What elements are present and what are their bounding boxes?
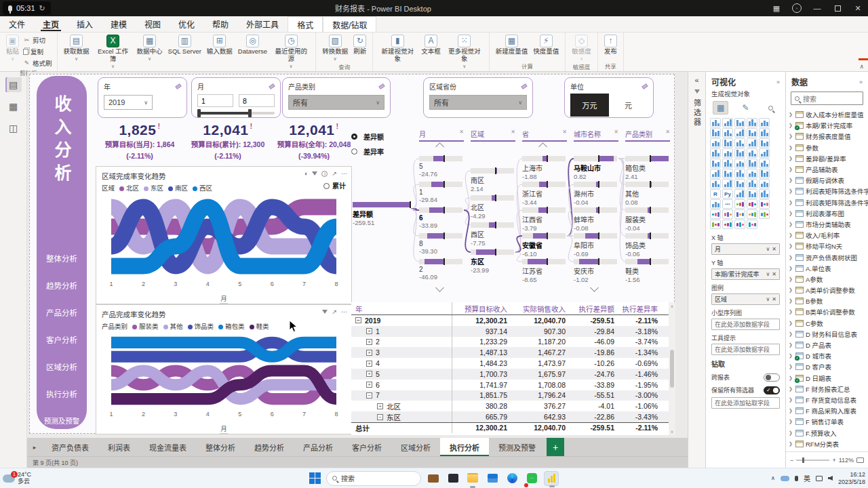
新建度量值-button[interactable]: ▦新建度量值 <box>493 34 531 56</box>
data-item-收入/毛利率[interactable]: ❯收入/毛利率 <box>789 230 868 241</box>
chevron-right-icon[interactable]: ❯ <box>789 232 793 238</box>
region-dropdown[interactable]: 所有∨ <box>429 95 527 110</box>
info-icon[interactable]: i <box>321 171 328 177</box>
restore-button[interactable] <box>827 0 848 16</box>
dark-app-icon[interactable] <box>446 471 460 486</box>
visual-type-icon[interactable] <box>759 148 770 158</box>
matrix-row-北区[interactable]: +北区380.28376.27-4.01-1.06% <box>351 401 675 411</box>
zoom-in-icon[interactable]: + <box>832 457 835 464</box>
data-item-差异额/差异率[interactable]: ❯差异额/差异率 <box>789 153 868 164</box>
chevron-right-icon[interactable]: ❯ <box>789 188 793 194</box>
file-explorer-icon[interactable] <box>465 471 480 486</box>
matrix-row-3[interactable]: +31,487.131,467.27-19.86-1.34% <box>351 347 675 358</box>
legend-item-北区[interactable]: 北区 <box>119 183 139 192</box>
wechat-icon[interactable]: ·· <box>524 471 539 486</box>
data-item-收入成本分析度量值[interactable]: ❯收入成本分析度量值 <box>789 109 868 120</box>
visual-type-icon[interactable] <box>734 179 745 188</box>
legend-item-西区[interactable]: 西区 <box>193 183 212 192</box>
sidebar-item-产品分析[interactable]: 产品分析 <box>46 307 77 318</box>
product-dropdown[interactable]: 所有∨ <box>288 95 384 110</box>
volume-icon[interactable] <box>828 476 833 481</box>
tree-node-2[interactable]: 2-46.09 <box>419 259 464 283</box>
page-tab-执行分析[interactable]: 执行分析 <box>440 438 489 456</box>
collapse-ribbon-icon[interactable]: ∧ <box>859 63 864 70</box>
focus-mode-icon[interactable]: ↗ <box>332 170 337 177</box>
matrix-scrollbar[interactable]: ∧∨ <box>669 302 675 435</box>
chevron-right-icon[interactable]: ❯ <box>789 397 793 403</box>
product-completion-ribbon-chart[interactable]: 产品完成率变化趋势↗⋯产品类别服装类其他饰品类箱包类鞋类12345678月 <box>96 305 351 434</box>
visual-type-icon[interactable] <box>734 220 745 229</box>
sidebar-item-执行分析[interactable]: 执行分析 <box>46 388 77 399</box>
visual-type-icon[interactable] <box>747 169 757 178</box>
chevron-down-icon[interactable]: ∨ <box>766 296 770 302</box>
clear-selections-icon[interactable] <box>175 83 181 89</box>
chevron-right-icon[interactable]: ❯ <box>789 156 793 161</box>
expand-collapse-icon[interactable]: + <box>366 371 372 377</box>
visual-type-icon[interactable] <box>747 148 757 158</box>
tree-node-安庆市[interactable]: 安庆市-1.02 <box>574 259 618 283</box>
visual-type-icon[interactable] <box>747 118 757 127</box>
expand-collapse-icon[interactable]: + <box>366 361 372 367</box>
close-level-icon[interactable]: ✕ <box>511 129 515 139</box>
menu-tab-建模[interactable]: 建模 <box>102 16 136 32</box>
tree-node-蚌埠市[interactable]: 蚌埠市-0.08 <box>574 207 618 232</box>
legend-item-服装类[interactable]: 服装类 <box>132 321 159 331</box>
刷新-button[interactable]: ↻刷新 <box>351 34 369 56</box>
chevron-right-icon[interactable]: ❯ <box>789 266 793 271</box>
Dataverse-button[interactable]: ◎Dataverse <box>235 34 270 56</box>
数据中心-button[interactable]: ▦数据中心∨ <box>134 34 165 62</box>
input-language[interactable]: 英 <box>804 473 810 483</box>
tray-mic-icon[interactable] <box>795 476 798 481</box>
unit-option-元[interactable]: 元 <box>609 94 648 117</box>
scroll-down-icon[interactable]: ∨ <box>671 429 673 434</box>
visual-type-icon[interactable] <box>722 128 733 138</box>
data-item-C参数[interactable]: ❯C参数 <box>789 318 868 329</box>
tree-node-6[interactable]: 6-33.89 <box>419 207 464 232</box>
legend-item-箱包类[interactable]: 箱包类 <box>218 321 245 331</box>
chevron-right-icon[interactable]: ❯ <box>789 375 793 381</box>
filters-pane-collapsed[interactable]: « 筛选器 <box>688 72 705 468</box>
发布-button[interactable]: ↑发布 <box>601 34 620 56</box>
build-visual-tab[interactable]: ▦ <box>713 101 728 115</box>
close-level-icon[interactable]: ✕ <box>614 129 618 139</box>
chevron-right-icon[interactable]: ❯ <box>789 342 793 348</box>
chevron-right-icon[interactable]: ❯ <box>789 441 793 447</box>
visual-type-icon[interactable] <box>734 209 745 219</box>
briefcase-app-icon[interactable] <box>426 471 441 486</box>
tree-node-1[interactable]: 1-29.84 <box>419 182 464 206</box>
cross-report-toggle[interactable] <box>764 373 780 382</box>
data-item-F 财务报表汇总[interactable]: ❯F 财务报表汇总 <box>789 384 868 394</box>
visual-type-icon[interactable] <box>722 148 733 158</box>
chevron-down-icon[interactable]: ∨ <box>766 246 770 252</box>
visual-type-icon[interactable] <box>747 159 757 168</box>
tree-node-服装类[interactable]: 服装类-0.04 <box>625 207 670 232</box>
visual-type-icon[interactable] <box>747 189 757 199</box>
year-dropdown[interactable]: 2019∨ <box>104 95 153 110</box>
chevron-right-icon[interactable]: ❯ <box>789 331 793 337</box>
model-view-icon[interactable]: ◫ <box>5 121 22 136</box>
page-tab-资产负债表[interactable]: 资产负债表 <box>42 438 98 456</box>
data-item-产品辅助表[interactable]: ❯产品辅助表 <box>789 164 868 175</box>
visual-type-icon[interactable] <box>710 128 721 138</box>
matrix-row-6[interactable]: +61,741.971,708.08-33.89-1.95% <box>351 380 675 390</box>
chevron-right-icon[interactable]: ❯ <box>789 222 793 227</box>
visual-type-icon[interactable] <box>747 220 757 229</box>
legend-item-饰品类[interactable]: 饰品类 <box>188 321 214 331</box>
chevron-right-icon[interactable]: ❯ <box>789 112 793 117</box>
data-item-移动平均N天[interactable]: ❯移动平均N天 <box>789 241 868 251</box>
visual-type-icon[interactable] <box>747 128 757 138</box>
edge-icon[interactable] <box>505 471 519 486</box>
month-to-input[interactable]: 8 <box>239 94 275 107</box>
chevron-right-icon[interactable]: ❯ <box>789 255 793 260</box>
chevron-right-icon[interactable]: ❯ <box>789 145 793 150</box>
slider-handle-right[interactable] <box>248 109 252 117</box>
onedrive-icon[interactable] <box>781 476 789 481</box>
输入数据-button[interactable]: ⊞输入数据 <box>204 34 235 56</box>
visual-type-icon[interactable] <box>722 209 733 219</box>
page-tab-客户分析[interactable]: 客户分析 <box>342 438 391 456</box>
layout-icon[interactable]: ▦ <box>766 0 787 16</box>
visual-type-icon[interactable] <box>759 128 770 138</box>
data-item-F 销售订单表[interactable]: ❯F 销售订单表 <box>789 416 868 427</box>
clear-selections-icon[interactable] <box>642 83 648 89</box>
visual-type-icon[interactable] <box>710 148 721 158</box>
